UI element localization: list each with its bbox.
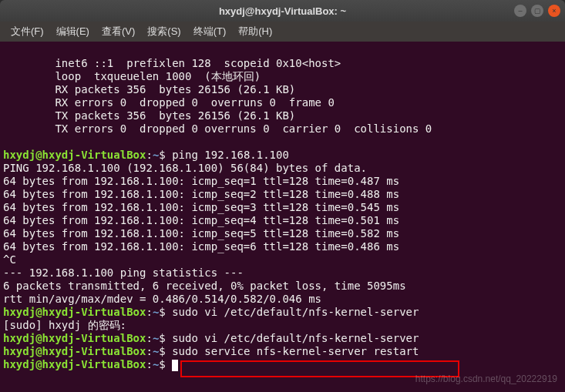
command: ping 192.168.1.100: [166, 149, 289, 161]
output-line: ^C: [3, 253, 16, 266]
terminal-area[interactable]: inet6 ::1 prefixlen 128 scopeid 0x10<hos…: [0, 42, 565, 392]
prompt-sep: :: [146, 345, 152, 357]
titlebar: hxydj@hxydj-VirtualBox: ~ – ▢ ×: [0, 0, 565, 22]
output-line: loop txqueuelen 1000 (本地环回): [3, 70, 261, 82]
prompt-end: $: [159, 306, 165, 318]
output-line: RX errors 0 dropped 0 overruns 0 frame 0: [3, 96, 335, 109]
output-line: 6 packets transmitted, 6 received, 0% pa…: [3, 280, 406, 292]
output-line: 64 bytes from 192.168.1.100: icmp_seq=1 …: [3, 175, 399, 187]
menu-help[interactable]: 帮助(H): [234, 23, 277, 40]
cursor: [172, 360, 178, 371]
prompt-user: hxydj@hxydj-VirtualBox: [3, 306, 146, 318]
window-controls: – ▢ ×: [514, 5, 560, 17]
prompt-user: hxydj@hxydj-VirtualBox: [3, 332, 146, 344]
menu-file[interactable]: 文件(F): [6, 23, 49, 40]
output-line: rtt min/avg/max/mdev = 0.486/0.514/0.582…: [3, 293, 321, 305]
menu-edit[interactable]: 编辑(E): [52, 23, 94, 40]
prompt-end: $: [159, 332, 165, 344]
output-line: RX packets 356 bytes 26156 (26.1 KB): [3, 83, 295, 95]
output-line: [sudo] hxydj 的密码:: [3, 319, 126, 331]
output-line: --- 192.168.1.100 ping statistics ---: [3, 266, 244, 279]
command: sudo service nfs-kernel-server restart: [166, 345, 419, 357]
output-line: TX packets 356 bytes 26156 (26.1 KB): [3, 109, 295, 122]
output-line: 64 bytes from 192.168.1.100: icmp_seq=3 …: [3, 201, 399, 213]
menu-search[interactable]: 搜索(S): [143, 23, 185, 40]
prompt-user: hxydj@hxydj-VirtualBox: [3, 358, 146, 370]
watermark: https://blog.csdn.net/qq_20222919: [415, 373, 557, 386]
menu-terminal[interactable]: 终端(T): [189, 23, 231, 40]
prompt-sep: :: [146, 332, 152, 344]
minimize-button[interactable]: –: [514, 5, 526, 17]
output-line: PING 192.168.1.100 (192.168.1.100) 56(84…: [3, 162, 367, 174]
menu-view[interactable]: 查看(V): [97, 23, 140, 40]
command: sudo vi /etc/default/nfs-kernel-server: [166, 306, 419, 318]
command: [166, 358, 172, 370]
close-button[interactable]: ×: [548, 5, 560, 17]
prompt-user: hxydj@hxydj-VirtualBox: [3, 149, 146, 161]
maximize-button[interactable]: ▢: [531, 5, 543, 17]
output-line: 64 bytes from 192.168.1.100: icmp_seq=5 …: [3, 227, 399, 240]
prompt-sep: :: [146, 306, 152, 318]
output-line: 64 bytes from 192.168.1.100: icmp_seq=6 …: [3, 240, 399, 253]
prompt-sep: :: [146, 358, 152, 370]
prompt-end: $: [159, 149, 165, 161]
output-line: 64 bytes from 192.168.1.100: icmp_seq=2 …: [3, 188, 399, 200]
window-title: hxydj@hxydj-VirtualBox: ~: [219, 5, 346, 17]
command: sudo vi /etc/default/nfs-kernel-server: [166, 332, 419, 344]
prompt-end: $: [159, 358, 165, 370]
output-line: inet6 ::1 prefixlen 128 scopeid 0x10<hos…: [3, 57, 341, 69]
prompt-sep: :: [146, 149, 152, 161]
prompt-user: hxydj@hxydj-VirtualBox: [3, 345, 146, 357]
output-line: 64 bytes from 192.168.1.100: icmp_seq=4 …: [3, 214, 399, 226]
prompt-end: $: [159, 345, 165, 357]
output-line: TX errors 0 dropped 0 overruns 0 carrier…: [3, 122, 432, 135]
menubar: 文件(F) 编辑(E) 查看(V) 搜索(S) 终端(T) 帮助(H): [0, 22, 565, 42]
